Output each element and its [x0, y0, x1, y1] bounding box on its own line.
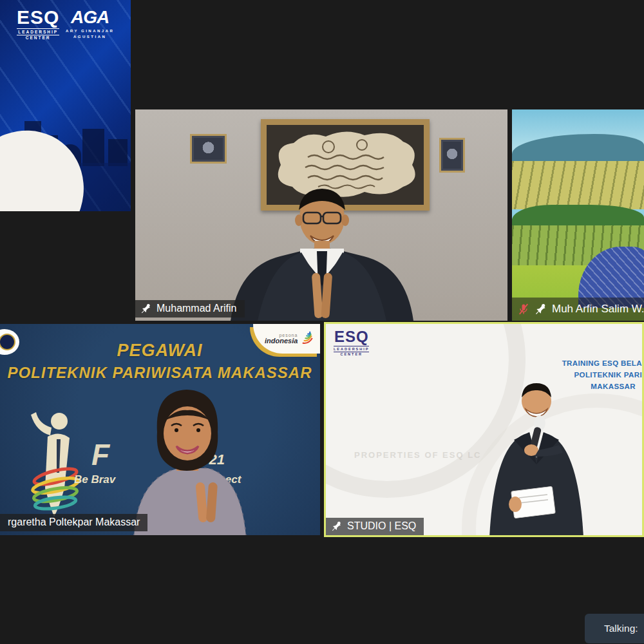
video-tile-esq-promo[interactable]: ESQ LEADERSHIP CENTER AGA ARY GINANJAR A…	[0, 0, 131, 211]
nametag-muh-arfin-salim: Muh Arfin Salim W...	[512, 298, 644, 321]
nametag-muhammad-arifin: Muhammad Arifin	[135, 300, 245, 317]
training-title-line2: POLITEKNIK PARI	[500, 369, 642, 381]
skyline-building	[82, 129, 104, 166]
wall-photo	[190, 134, 227, 164]
talking-indicator: Talking:	[585, 614, 644, 643]
flip-logo-letter: F	[91, 437, 109, 472]
nametag-poltekpar: rgaretha Poltekpar Makassar	[0, 514, 147, 531]
aga-logo-text: AGA	[66, 8, 114, 27]
flip-mascot-logo	[19, 411, 90, 520]
esq-leadership-center-logo: ESQ LEADERSHIP CENTER	[334, 329, 369, 356]
meeting-toolbar: 589 Participants 3 Chat Share Screen Rec…	[0, 598, 644, 644]
nametag-label: Muhammad Arifin	[156, 303, 237, 314]
training-title-line1: TRAINING ESQ BELA	[500, 357, 642, 369]
aga-ary-ginanjar-logo: AGA ARY GINANJAR AGUSTIAN	[66, 8, 114, 39]
nametag-label: Muh Arfin Salim W...	[552, 303, 644, 316]
rice-terrace-far	[512, 161, 644, 209]
esq-logo-text: ESQ	[17, 8, 59, 27]
wall-photo	[439, 138, 465, 173]
pin-icon	[331, 520, 343, 532]
skyline-building	[108, 139, 128, 166]
aga-logo-sub1: ARY GINANJAR	[66, 29, 114, 33]
video-tile-studio-esq-active[interactable]: ESQ LEADERSHIP CENTER TRAINING ESQ BELA …	[324, 322, 644, 537]
pin-icon	[140, 303, 152, 314]
presenter-figure	[475, 381, 598, 537]
esq-leadership-center-logo: ESQ LEADERSHIP CENTER	[17, 8, 59, 40]
esq-logo-sub1: LEADERSHIP	[334, 346, 369, 352]
nametag-studio-esq: STUDIO | ESQ	[326, 518, 424, 535]
video-tile-muh-arfin-salim[interactable]: Muh Arfin Salim W...	[512, 109, 644, 321]
talking-label: Talking:	[604, 623, 638, 634]
banner-title-pegawai: PEGAWAI	[0, 341, 320, 361]
mic-muted-icon	[517, 303, 530, 316]
nametag-label: rgaretha Poltekpar Makassar	[8, 516, 140, 528]
esq-logo-sub1: LEADERSHIP	[17, 28, 59, 35]
participant-woman-figure	[115, 387, 260, 535]
esq-logo-text: ESQ	[334, 329, 369, 345]
nametag-label: STUDIO | ESQ	[347, 520, 416, 532]
esq-logo-sub2: CENTER	[17, 35, 59, 40]
banner-title-poltekpar: POLITEKNIK PARIWISATA MAKASSAR	[0, 364, 320, 382]
flip-tagline-left: Be Brav	[74, 473, 115, 486]
aga-logo-sub2: AGUSTIAN	[66, 35, 114, 39]
participant-muhammad-arifin-figure	[219, 184, 425, 321]
video-tile-muhammad-arifin[interactable]: Muhammad Arifin	[135, 109, 507, 321]
video-tile-poltekpar-makassar[interactable]: pesona indonesia PEGAWAI POLITEKNIK PARI…	[0, 324, 320, 535]
pin-icon	[535, 303, 547, 316]
esq-logo-sub2: CENTER	[334, 352, 369, 356]
watermark-text: PROPERTIES OF ESQ LC	[354, 450, 481, 460]
